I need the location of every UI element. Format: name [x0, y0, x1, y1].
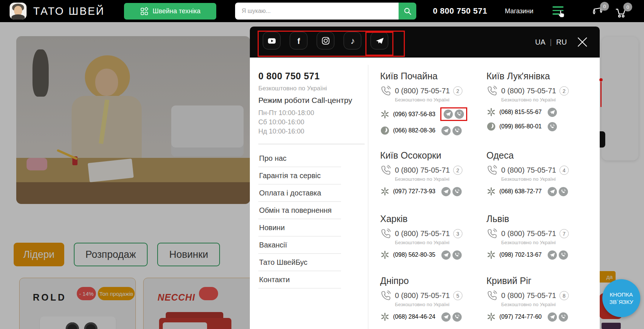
- kyivstar-icon: [486, 250, 496, 260]
- store-lines-count-badge: 2: [453, 166, 462, 175]
- store-mobile-number[interactable]: (066) 882-08-36: [393, 127, 435, 134]
- lang-ua[interactable]: UA: [535, 38, 545, 46]
- store-mobile-number[interactable]: (097) 724-77-60: [499, 314, 542, 320]
- telegram-icon[interactable]: [441, 312, 451, 322]
- phone-icon: [486, 164, 498, 176]
- telegram-icon[interactable]: [441, 126, 451, 135]
- overlay-menu-link[interactable]: Контакти: [258, 271, 341, 288]
- scrollbar-marker[interactable]: [599, 78, 603, 107]
- store-hotline-number[interactable]: 0 (800) 75-05-71: [395, 166, 450, 174]
- telegram-icon[interactable]: [444, 110, 453, 119]
- compare-button[interactable]: 0: [591, 5, 605, 18]
- instagram-icon[interactable]: [317, 32, 334, 49]
- telegram-icon[interactable]: [548, 187, 557, 196]
- contact-widget-button[interactable]: КНОПКА ЗВ`ЯЗКУ: [602, 279, 640, 317]
- viber-icon[interactable]: [452, 250, 462, 260]
- store-block: Київ Почайна0 (800) 75-05-712Безкоштовно…: [380, 71, 492, 135]
- store-mobile-number[interactable]: (068) 638-72-77: [499, 188, 542, 195]
- store-hotline-row: 0 (800) 75-05-712: [486, 85, 598, 97]
- overlay-menu-link[interactable]: Обмін та повернення: [258, 202, 341, 219]
- grid-icon: [140, 7, 149, 16]
- store-name: Дніпро: [380, 276, 492, 286]
- store-mobile-number[interactable]: (068) 284-46-24: [393, 314, 435, 320]
- viber-icon[interactable]: [452, 312, 462, 322]
- store-hotline-number[interactable]: 0 (800) 75-05-71: [501, 87, 556, 95]
- facebook-icon[interactable]: f: [290, 32, 307, 49]
- viber-icon[interactable]: [559, 187, 568, 196]
- vertical-divider: [368, 65, 368, 329]
- cart-count-badge: 0: [623, 3, 632, 11]
- phone-icon: [380, 85, 392, 97]
- kyivstar-icon: [380, 250, 390, 260]
- stores-link[interactable]: Магазини: [505, 0, 533, 22]
- store-hotline-number[interactable]: 0 (800) 75-05-71: [395, 229, 450, 238]
- schedule-line: Нд 10:00-16:00: [258, 127, 314, 136]
- telegram-icon[interactable]: [441, 187, 451, 196]
- mega-menu-top-bar: f♪ UA | RU: [250, 27, 600, 58]
- store-mobile-number[interactable]: (068) 815-55-67: [499, 109, 542, 115]
- viber-icon[interactable]: [548, 122, 557, 131]
- cart-button[interactable]: 0: [614, 6, 628, 19]
- overlay-menu-link[interactable]: Вакансії: [258, 236, 341, 254]
- vodafone-icon: [486, 122, 496, 131]
- header-phone[interactable]: 0 800 750 571: [433, 0, 487, 22]
- annotation-box-messengers: [440, 107, 467, 121]
- store-mobile-number[interactable]: (098) 702-13-67: [499, 252, 542, 258]
- phone-icon: [486, 85, 498, 97]
- store-hotline-row: 0 (800) 75-05-713: [380, 228, 492, 239]
- store-hotline-number[interactable]: 0 (800) 75-05-71: [501, 229, 556, 238]
- language-switcher: UA | RU: [535, 27, 567, 58]
- site-title[interactable]: ТАТО ШВЕЙ: [33, 0, 105, 22]
- kyivstar-icon: [486, 107, 496, 117]
- viber-icon[interactable]: [455, 110, 464, 119]
- overlay-menu-link[interactable]: Новини: [258, 219, 341, 236]
- overlay-menu-link[interactable]: Гарантія та сервіс: [258, 167, 341, 184]
- store-hotline-row: 0 (800) 75-05-717: [486, 228, 598, 239]
- viber-icon[interactable]: [559, 312, 568, 322]
- menu-hamburger-button[interactable]: [552, 6, 564, 16]
- lang-ru[interactable]: RU: [556, 38, 567, 46]
- viber-icon[interactable]: [452, 187, 462, 196]
- viber-icon[interactable]: [559, 250, 568, 260]
- store-mobile-row: (097) 724-77-60: [486, 312, 598, 322]
- call-center-schedule: Пн-Пт 10:00-18:00Сб 10:00-16:00Нд 10:00-…: [258, 108, 314, 136]
- store-mobile-row: (068) 284-46-24: [380, 312, 492, 322]
- search-icon: [403, 7, 412, 16]
- call-center-schedule-title: Режим роботи Call-центру: [258, 96, 352, 105]
- close-icon[interactable]: [576, 36, 589, 48]
- store-mobile-number[interactable]: (098) 562-80-35: [393, 252, 435, 258]
- store-name: Одеса: [486, 150, 598, 161]
- store-mobile-number[interactable]: (096) 937-56-83: [393, 111, 435, 118]
- hotline-phone[interactable]: 0 800 750 571: [258, 71, 320, 82]
- search-input[interactable]: [235, 3, 399, 20]
- store-hotline-number[interactable]: 0 (800) 75-05-71: [501, 166, 556, 174]
- store-block: Київ Лук'янівка0 (800) 75-05-712Безкошто…: [486, 71, 598, 131]
- search-button[interactable]: [399, 3, 416, 20]
- telegram-icon[interactable]: [371, 32, 388, 49]
- store-hotline-number[interactable]: 0 (800) 75-05-71: [395, 87, 450, 95]
- youtube-icon[interactable]: [263, 32, 280, 49]
- tiktok-icon[interactable]: ♪: [344, 32, 361, 49]
- store-hotline-number[interactable]: 0 (800) 75-05-71: [501, 291, 556, 300]
- telegram-icon[interactable]: [441, 250, 451, 260]
- store-block: Харків0 (800) 75-05-713Безкоштовно по Ук…: [380, 214, 492, 260]
- telegram-icon[interactable]: [548, 312, 557, 322]
- phone-icon: [486, 290, 498, 301]
- store-mobile-row: (099) 865-80-01: [486, 122, 598, 131]
- viber-icon[interactable]: [452, 126, 462, 135]
- overlay-menu-link[interactable]: Про нас: [258, 150, 341, 167]
- store-hotline-note: Безкоштовно по Україні: [501, 240, 598, 245]
- catalog-button[interactable]: Швейна техніка: [124, 3, 216, 20]
- store-mobile-number[interactable]: (097) 727-73-93: [393, 188, 435, 195]
- telegram-icon[interactable]: [548, 250, 557, 260]
- overlay-menu-link[interactable]: Тато ШвейБус: [258, 254, 341, 271]
- store-hotline-note: Безкоштовно по Україні: [395, 97, 492, 103]
- telegram-icon[interactable]: [548, 108, 557, 117]
- site-logo[interactable]: [10, 3, 27, 20]
- store-hotline-number[interactable]: 0 (800) 75-05-71: [395, 291, 450, 300]
- overlay-menu-link[interactable]: Оплата і доставка: [258, 184, 341, 202]
- store-lines-count-badge: 2: [559, 86, 569, 96]
- store-block: Київ Осокорки0 (800) 75-05-712Безкоштовн…: [380, 150, 492, 196]
- store-lines-count-badge: 5: [453, 291, 462, 300]
- store-mobile-number[interactable]: (099) 865-80-01: [499, 123, 542, 130]
